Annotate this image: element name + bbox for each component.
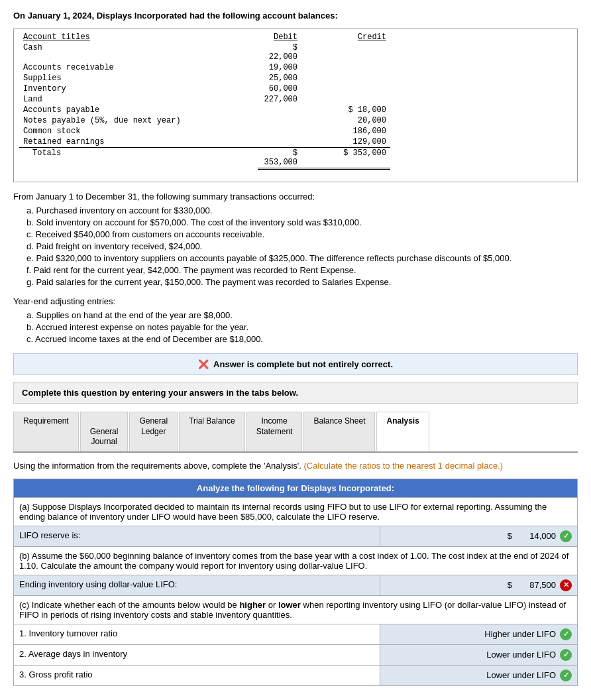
tab-label: Balance Sheet (313, 416, 365, 426)
credit-value (324, 62, 390, 73)
debit-value (258, 126, 324, 137)
adjusting-list: a. Supplies on hand at the end of the ye… (13, 310, 578, 344)
answer-banner: ❌ Answer is complete but not entirely co… (13, 353, 578, 375)
credit-value (324, 73, 390, 84)
instruction-text: Complete this question by entering your … (22, 388, 298, 398)
adjusting-intro: Year-end adjusting entries: (13, 296, 578, 306)
part-a-answer-row: LIFO reserve is: $ 14,000 ✓ (14, 526, 578, 546)
tabs-container: Requirement GeneralJournal GeneralLedger… (13, 412, 578, 453)
table-header-row: Account titles Debit Credit (19, 32, 390, 42)
totals-label: Totals (19, 148, 258, 169)
tab-trial-balance[interactable]: Trial Balance (179, 412, 245, 451)
debit-value (258, 137, 324, 148)
part-c-item-3-answer: Lower under LIFO ✓ (380, 665, 578, 685)
table-row: Land 227,000 (19, 94, 390, 105)
correct-icon: ✓ (560, 628, 572, 640)
tab-general-ledger[interactable]: GeneralLedger (129, 412, 178, 451)
table-row: Accounts receivable 19,000 (19, 62, 390, 73)
debit-value: 25,000 (258, 73, 324, 84)
part-c-item-2-row: 2. Average days in inventory Lower under… (14, 644, 578, 665)
account-name: Accounts payable (19, 105, 258, 115)
info-text: Using the information from the requireme… (13, 461, 578, 471)
correct-icon: ✓ (560, 670, 572, 681)
table-row: Common stock 186,000 (19, 126, 390, 137)
tab-label: IncomeStatement (256, 416, 293, 436)
col-header-account: Account titles (19, 32, 258, 42)
part-a-answer: $ 14,000 ✓ (380, 526, 578, 546)
account-name: Accounts receivable (19, 62, 258, 73)
part-a-answer-cell: $ 14,000 ✓ (386, 530, 572, 542)
part-c-item-2-answer: Lower under LIFO ✓ (380, 644, 578, 665)
credit-value (324, 84, 390, 94)
transactions-section: From January 1 to December 31, the follo… (13, 192, 578, 287)
account-name: Inventory (19, 84, 258, 94)
part-c-item-1-label: 1. Inventory turnover ratio (14, 624, 380, 644)
table-row: Inventory 60,000 (19, 84, 390, 94)
part-a-description-row: (a) Suppose Displays Incorporated decide… (14, 497, 578, 526)
part-b-value: 87,500 (516, 580, 556, 590)
intro-text: On January 1, 2024, Displays Incorporate… (13, 11, 578, 21)
transactions-intro: From January 1 to December 31, the follo… (13, 192, 578, 202)
col-header-debit: Debit (258, 32, 324, 42)
tab-label: Analysis (386, 416, 419, 426)
list-item: b. Accrued interest expense on notes pay… (27, 322, 578, 332)
incorrect-icon: ✕ (560, 579, 572, 591)
part-a-description: (a) Suppose Displays Incorporated decide… (14, 497, 578, 526)
analyze-table: Analyze the following for Displays Incor… (13, 479, 578, 686)
part-b-label: Ending inventory using dollar-value LIFO… (14, 575, 380, 595)
table-row: Notes payable (5%, due next year) 20,000 (19, 115, 390, 126)
correct-icon: ✓ (560, 649, 572, 661)
tab-analysis[interactable]: Analysis (376, 412, 429, 451)
list-item: d. Paid freight on inventory received, $… (27, 241, 578, 251)
account-name: Retained earnings (19, 137, 258, 148)
account-name: Land (19, 94, 258, 105)
part-c-item-3-row: 3. Gross profit ratio Lower under LIFO ✓ (14, 665, 578, 685)
part-c-desc-text: (c) Indicate whether each of the amounts… (19, 600, 566, 620)
debit-value: $ 22,000 (258, 42, 324, 62)
totals-credit: $ 353,000 (324, 148, 390, 169)
list-item: c. Received $540,000 from customers on a… (27, 229, 578, 239)
tab-general-journal[interactable]: GeneralJournal (80, 412, 129, 451)
tab-label: Requirement (23, 416, 69, 426)
part-a-value: 14,000 (516, 531, 556, 541)
part-c-item-1-answer: Higher under LIFO ✓ (380, 624, 578, 644)
list-item: b. Sold inventory on account for $570,00… (27, 217, 578, 227)
analyze-header: Analyze the following for Displays Incor… (14, 479, 578, 497)
part-b-description: (b) Assume the $60,000 beginning balance… (14, 546, 578, 575)
tab-label: GeneralLedger (139, 416, 168, 436)
list-item: g. Paid salaries for the current year, $… (27, 277, 578, 287)
account-name: Cash (19, 42, 258, 62)
debit-value: 19,000 (258, 62, 324, 73)
table-row: Retained earnings 129,000 (19, 137, 390, 148)
tab-balance-sheet[interactable]: Balance Sheet (303, 412, 375, 451)
part-c-item-1-cell: Higher under LIFO ✓ (386, 628, 572, 640)
info-text-normal: Using the information from the requireme… (13, 461, 304, 471)
part-b-answer-row: Ending inventory using dollar-value LIFO… (14, 575, 578, 595)
correct-icon: ✓ (560, 530, 572, 542)
table-row: Cash $ 22,000 (19, 42, 390, 62)
part-a-label: LIFO reserve is: (14, 526, 380, 546)
adjusting-section: Year-end adjusting entries: a. Supplies … (13, 296, 578, 344)
answer-banner-text: Answer is complete but not entirely corr… (213, 359, 393, 369)
tab-label: Trial Balance (189, 416, 235, 426)
dollar-sign: $ (508, 580, 512, 590)
part-c-description-row: (c) Indicate whether each of the amounts… (14, 595, 578, 624)
analyze-header-row: Analyze the following for Displays Incor… (14, 479, 578, 497)
info-text-highlight: (Calculate the ratios to the nearest 1 d… (304, 461, 504, 471)
credit-value (324, 42, 390, 62)
totals-debit: $ 353,000 (258, 148, 324, 169)
part-b-answer: $ 87,500 ✕ (380, 575, 578, 595)
account-table-container: Account titles Debit Credit Cash $ 22,00… (13, 29, 578, 182)
part-c-item-3-cell: Lower under LIFO ✓ (386, 670, 572, 681)
part-c-description: (c) Indicate whether each of the amounts… (14, 595, 578, 624)
tab-income-statement[interactable]: IncomeStatement (246, 412, 303, 451)
debit-value: 60,000 (258, 84, 324, 94)
list-item: a. Purchased inventory on account for $3… (27, 205, 578, 215)
credit-value: 186,000 (324, 126, 390, 137)
part-b-answer-cell: $ 87,500 ✕ (386, 579, 572, 591)
tab-requirement[interactable]: Requirement (13, 412, 79, 451)
credit-value: 20,000 (324, 115, 390, 126)
part-c-item-2-label: 2. Average days in inventory (14, 644, 380, 665)
credit-value (324, 94, 390, 105)
col-header-credit: Credit (324, 32, 390, 42)
